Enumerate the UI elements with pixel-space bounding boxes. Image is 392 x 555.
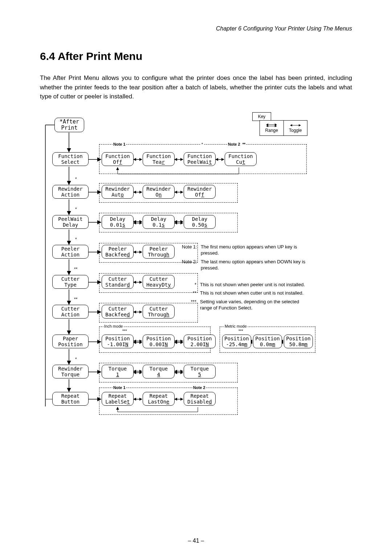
opt-select-2: FunctionPeelWait bbox=[184, 152, 216, 166]
opt-select-0: FunctionOff bbox=[102, 152, 134, 166]
node-after-print: *AfterPrint bbox=[54, 118, 84, 133]
star-rewinder: * bbox=[75, 177, 77, 182]
opt-action-1: RewinderOn bbox=[143, 185, 175, 199]
star-peelwait: * bbox=[75, 207, 77, 212]
key-box: Range Toggle bbox=[260, 120, 307, 136]
opt-action-1: PeelerThrough bbox=[143, 245, 175, 259]
menu-function-select: FunctionSelect bbox=[52, 152, 89, 166]
opt-button-1: RepeatLastOne bbox=[143, 392, 175, 406]
opt-type-1: CutterHeavyDty bbox=[143, 275, 175, 289]
opt-metric-0: Position-25.4mm bbox=[222, 335, 251, 348]
opt-delay-1: Delay0.1s bbox=[143, 215, 175, 229]
menu-peelwait-delay: PeelWaitDelay bbox=[52, 215, 89, 229]
menu-paper-position: PaperPosition bbox=[52, 335, 89, 348]
opt-action-1: CutterThrough bbox=[143, 305, 175, 319]
label-star-func: * bbox=[201, 142, 204, 146]
opt-action-0: PeelerBackfeed bbox=[102, 245, 134, 259]
star-peeler: * bbox=[75, 237, 77, 242]
opt-delay-2: Delay0.50s bbox=[184, 215, 216, 229]
opt-select-3: FunctionCut bbox=[225, 152, 257, 166]
label-note2: Note 2 ** bbox=[227, 142, 246, 146]
body-paragraph: The After Print Menu allows you to confi… bbox=[40, 73, 352, 101]
toggle-arrow-icon bbox=[288, 123, 303, 128]
key-title: Key bbox=[252, 112, 271, 121]
opt-type-0: CutterStandard bbox=[102, 275, 134, 289]
chapter-header: Chapter 6 Configuring Your Printer Using… bbox=[40, 25, 352, 32]
opt-button-2: RepeatDisabled bbox=[184, 392, 216, 406]
star2-caction: ** bbox=[74, 297, 77, 302]
opt-torque-1: Torque4 bbox=[143, 365, 175, 378]
key-toggle-label: Toggle bbox=[289, 128, 302, 133]
label-inch-mode: Inch mode bbox=[103, 324, 123, 328]
menu-peeler-action: PeelerAction bbox=[52, 245, 89, 259]
opt-select-1: FunctionTear bbox=[143, 152, 175, 166]
label-note2-repeat: Note 2 bbox=[192, 385, 206, 390]
opt-action-0: CutterBackfeed bbox=[102, 305, 134, 319]
label-note1-repeat: Note 1 bbox=[113, 385, 126, 390]
range-arrow-icon bbox=[264, 123, 279, 128]
menu-rewinder-torque: RewinderTorque bbox=[52, 365, 89, 378]
opt-action-2: RewinderOff bbox=[184, 185, 216, 199]
opt-position-0: Position-1.00IN bbox=[102, 335, 134, 348]
menu-tree-diagram: Key Range Toggle bbox=[40, 112, 352, 414]
label-star3-metric: *** bbox=[238, 329, 244, 333]
opt-position-1: Position0.00IN bbox=[143, 335, 175, 348]
key-range-label: Range bbox=[265, 128, 278, 133]
opt-torque-2: Torque5 bbox=[184, 365, 216, 378]
menu-repeat-button: RepeatButton bbox=[52, 392, 89, 406]
menu-cutter-type: CutterType bbox=[52, 275, 89, 289]
opt-metric-1: Position0.0mm bbox=[253, 335, 282, 348]
label-star3-inch: *** bbox=[122, 329, 128, 333]
label-metric-mode: Metric mode bbox=[224, 324, 248, 328]
menu-rewinder-action: RewinderAction bbox=[52, 185, 89, 199]
opt-position-2: Position2.00IN bbox=[184, 335, 216, 348]
opt-torque-0: Torque1 bbox=[102, 365, 134, 378]
menu-cutter-action: CutterAction bbox=[52, 305, 89, 319]
opt-button-0: RepeatLabelSet bbox=[102, 392, 134, 406]
label-note1: Note 1 bbox=[113, 142, 126, 146]
star2-ctype: ** bbox=[74, 267, 77, 272]
page-number: – 41 – bbox=[0, 538, 392, 544]
opt-metric-2: Position50.8mm bbox=[284, 335, 313, 348]
opt-delay-0: Delay0.01s bbox=[102, 215, 134, 229]
star-torque: * bbox=[75, 357, 77, 362]
section-title: 6.4 After Print Menu bbox=[40, 50, 352, 62]
opt-action-0: RewinderAuto bbox=[102, 185, 134, 199]
